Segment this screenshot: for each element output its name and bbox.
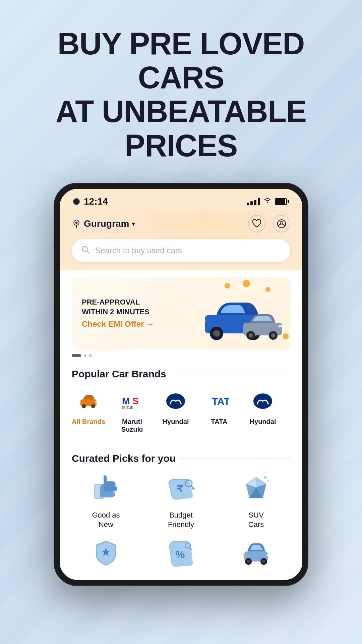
pick-budget-friendly[interactable]: ₹ BudgetFriendly: [147, 472, 215, 530]
header-actions: [248, 215, 290, 232]
app-header: Gurugram ▾: [60, 210, 302, 239]
discount-icon-wrap: %: [164, 536, 198, 570]
phone-screen: 12:14: [60, 189, 302, 580]
svg-text:SUZUKI: SUZUKI: [122, 406, 134, 410]
brands-section-title: Popular Car Brands: [72, 368, 166, 380]
suv-cars-icon: [241, 474, 271, 504]
section-divider: [172, 374, 290, 374]
search-section: Search to buy used cars: [60, 239, 302, 270]
banner-cta[interactable]: Check EMI Offer →: [82, 319, 172, 329]
dot-inactive: [89, 354, 92, 357]
status-icons: [247, 197, 289, 206]
hyundai1-label: Hyundai: [163, 418, 189, 426]
certified-icon-wrap: [89, 536, 123, 570]
tata-icon-wrap: TATA: [206, 388, 233, 415]
svg-rect-11: [201, 319, 205, 322]
curated-section: Curated Picks for you: [60, 445, 302, 580]
all-brands-icon-wrap: [75, 388, 102, 415]
brand-hyundai-2[interactable]: Hyundai: [246, 388, 280, 433]
brands-section-header: Popular Car Brands: [72, 368, 290, 380]
location-text: Gurugram: [84, 218, 129, 229]
hyundai2-label: Hyundai: [250, 418, 276, 426]
svg-text:₹: ₹: [177, 483, 183, 494]
brand-tata[interactable]: TATA TATA: [202, 388, 236, 433]
location-pin-icon: [72, 219, 81, 228]
wifi-icon: [263, 197, 272, 206]
discount-icon: %: [166, 538, 196, 568]
signal-bars-icon: [247, 198, 260, 205]
camera-dot: [73, 198, 80, 205]
svg-rect-17: [279, 325, 282, 327]
pick-good-as-new[interactable]: Good asNew: [72, 472, 140, 530]
hatchback-icon-wrap: [239, 536, 273, 570]
svg-text:M: M: [122, 396, 130, 406]
svg-line-44: [268, 480, 269, 481]
svg-rect-21: [95, 401, 97, 402]
svg-point-14: [249, 333, 253, 337]
maruti-label: MarutiSuzuki: [121, 418, 143, 433]
hyundai2-logo-icon: [253, 393, 273, 410]
svg-point-16: [271, 333, 275, 337]
phone-body: 12:14: [54, 183, 308, 586]
wishlist-button[interactable]: [248, 215, 265, 232]
svg-text:S: S: [132, 396, 139, 406]
budget-friendly-icon-wrap: ₹: [164, 472, 198, 506]
profile-button[interactable]: [273, 215, 290, 232]
brand-hyundai-1[interactable]: Hyundai: [159, 388, 192, 433]
svg-point-1: [75, 222, 77, 224]
hyundai2-icon-wrap: [249, 388, 276, 415]
status-time: 12:14: [84, 196, 108, 207]
svg-text:TATA: TATA: [212, 396, 229, 407]
gray-car-icon: [240, 310, 284, 340]
coin-decoration: [243, 280, 250, 287]
banner-title: PRE-APPROVALWITHIN 2 MINUTES: [82, 298, 172, 317]
banner-card[interactable]: PRE-APPROVALWITHIN 2 MINUTES Check EMI O…: [72, 277, 290, 350]
certified-icon: [91, 538, 121, 568]
banner-section: PRE-APPROVALWITHIN 2 MINUTES Check EMI O…: [60, 270, 302, 360]
curated-section-title: Curated Picks for you: [72, 453, 176, 464]
all-brands-car-icon: [79, 393, 98, 409]
hatchback-icon: [241, 538, 271, 568]
pick-hatchback[interactable]: [222, 536, 290, 575]
search-placeholder: Search to buy used cars: [95, 246, 182, 255]
curated-section-divider: [181, 458, 290, 459]
svg-point-3: [280, 221, 283, 224]
good-as-new-icon-wrap: [89, 472, 123, 506]
good-as-new-label: Good asNew: [92, 511, 120, 530]
suv-cars-icon-wrap: [239, 472, 273, 506]
tata-logo-icon: TATA: [209, 393, 229, 410]
phone-mockup: 12:14: [0, 183, 362, 586]
banner-image-area: [172, 286, 280, 340]
heart-icon: [252, 219, 261, 228]
svg-text:%: %: [175, 548, 185, 560]
battery-icon: [275, 198, 289, 205]
curated-section-header: Curated Picks for you: [72, 453, 290, 464]
all-brands-label: All Brands: [72, 418, 105, 426]
budget-friendly-icon: ₹: [166, 474, 196, 504]
svg-point-19: [82, 404, 86, 408]
banner-dots: [72, 354, 290, 357]
pick-suv-cars[interactable]: SUVCars: [222, 472, 290, 530]
svg-line-35: [192, 488, 193, 489]
tata-label: TATA: [211, 418, 228, 426]
dot-inactive: [84, 354, 86, 357]
location-selector[interactable]: Gurugram ▾: [72, 218, 135, 229]
pick-certified[interactable]: [72, 536, 140, 575]
status-bar: 12:14: [60, 189, 302, 210]
search-bar[interactable]: Search to buy used cars: [72, 239, 290, 262]
search-icon: [81, 245, 90, 256]
pick-discount[interactable]: %: [147, 536, 215, 575]
svg-point-51: [247, 560, 250, 563]
svg-rect-55: [243, 554, 246, 556]
brand-all-brands[interactable]: All Brands: [72, 388, 105, 433]
brands-scroll: All Brands M S SUZUKI: [72, 388, 290, 437]
suv-cars-label: SUVCars: [248, 511, 264, 530]
profile-icon: [277, 219, 286, 228]
svg-point-20: [91, 404, 95, 408]
hero-title: BUY PRE LOVED CARS AT UNBEATABLE PRICES: [20, 27, 342, 163]
hyundai-logo-icon: [166, 393, 186, 410]
brand-maruti[interactable]: M S SUZUKI MarutiSuzuki: [115, 388, 149, 433]
brands-section: Popular Car Brands: [60, 360, 302, 442]
svg-point-7: [213, 330, 220, 337]
dropdown-arrow-icon: ▾: [132, 220, 135, 228]
